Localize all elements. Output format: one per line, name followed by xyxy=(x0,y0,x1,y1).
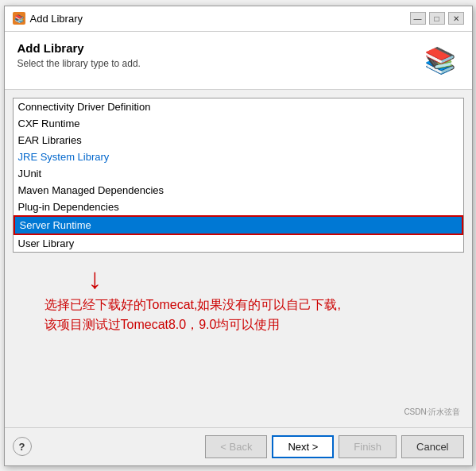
annotation-text: 选择已经下载好的Tomecat,如果没有的可以自己下载, 该项目测试过Tomec… xyxy=(41,295,341,335)
list-item-user-library[interactable]: User Library xyxy=(14,235,463,252)
minimize-button[interactable]: — xyxy=(410,12,426,25)
footer-left: ? xyxy=(13,437,32,456)
arrow-icon: ↓ xyxy=(88,264,103,293)
annotation-line1: 选择已经下载好的Tomecat,如果没有的可以自己下载, xyxy=(45,298,341,311)
add-library-dialog: 📚 Add Library — □ ✕ Add Library Select t… xyxy=(4,6,473,466)
library-list[interactable]: Connectivity Driver Definition CXF Runti… xyxy=(13,98,464,253)
title-bar-controls: — □ ✕ xyxy=(410,12,464,25)
title-bar-left: 📚 Add Library xyxy=(13,12,83,25)
finish-button[interactable]: Finish xyxy=(339,435,397,458)
back-button[interactable]: < Back xyxy=(205,435,267,458)
dialog-icon: 📚 xyxy=(13,12,25,25)
content-area: Connectivity Driver Definition CXF Runti… xyxy=(5,90,472,427)
maximize-button[interactable]: □ xyxy=(429,12,445,25)
header-text: Add Library Select the library type to a… xyxy=(17,41,141,69)
header-icon: 📚 xyxy=(421,41,459,79)
header-section: Add Library Select the library type to a… xyxy=(5,32,472,90)
list-item-jre[interactable]: JRE System Library xyxy=(14,149,463,165)
title-bar: 📚 Add Library — □ ✕ xyxy=(5,6,472,32)
footer-buttons: < Back Next > Finish Cancel xyxy=(205,435,463,458)
footer: ? < Back Next > Finish Cancel xyxy=(5,427,472,465)
annotation-line2: 该项目测试过Tomecat8.0，9.0均可以使用 xyxy=(45,318,281,331)
page-title: Add Library xyxy=(17,41,141,55)
list-item-plugin[interactable]: Plug-in Dependencies xyxy=(14,199,463,215)
page-subtitle: Select the library type to add. xyxy=(17,58,141,69)
cancel-button[interactable]: Cancel xyxy=(401,435,463,458)
list-item[interactable]: CXF Runtime xyxy=(14,115,463,132)
watermark: CSDN·沂水弦音 xyxy=(404,407,460,418)
annotation-area: ↓ 选择已经下载好的Tomecat,如果没有的可以自己下载, 该项目测试过Tom… xyxy=(13,253,464,419)
list-item-junit[interactable]: JUnit xyxy=(14,165,463,182)
list-item-server-runtime[interactable]: Server Runtime xyxy=(14,215,463,235)
list-item[interactable]: Connectivity Driver Definition xyxy=(14,98,463,115)
arrow-container: ↓ 选择已经下载好的Tomecat,如果没有的可以自己下载, 该项目测试过Tom… xyxy=(17,261,460,335)
list-item-maven[interactable]: Maven Managed Dependencies xyxy=(14,182,463,199)
help-button[interactable]: ? xyxy=(13,437,32,456)
dialog-title: Add Library xyxy=(30,13,83,25)
list-item[interactable]: EAR Libraries xyxy=(14,132,463,149)
close-button[interactable]: ✕ xyxy=(448,12,464,25)
next-button[interactable]: Next > xyxy=(272,435,334,458)
